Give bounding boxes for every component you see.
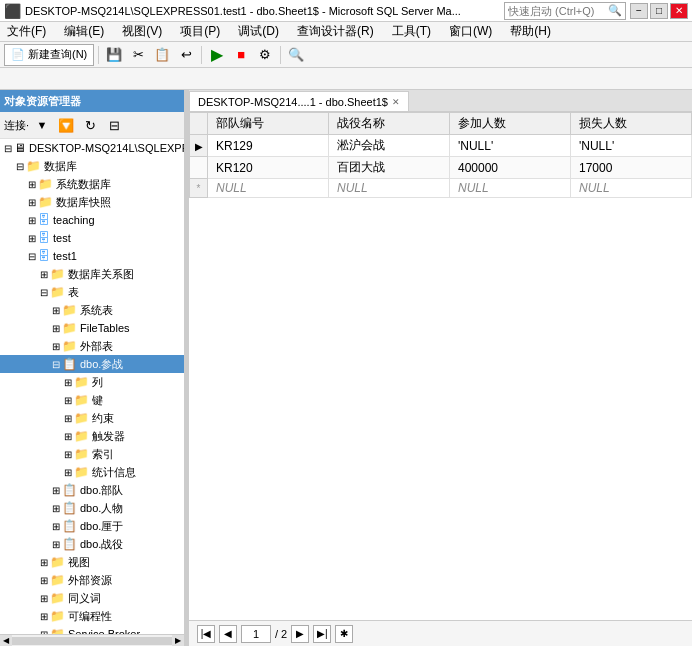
tree-node-synonyms[interactable]: ⊞ 📁 同义词 [0, 589, 184, 607]
tree-node-constraints[interactable]: ⊞ 📁 约束 [0, 409, 184, 427]
tree-node-views[interactable]: ⊞ 📁 视图 [0, 553, 184, 571]
filter-button[interactable]: ▼ [31, 114, 53, 136]
tree-node-snapshots[interactable]: ⊞ 📁 数据库快照 [0, 193, 184, 211]
menu-item[interactable]: 查询设计器(R) [294, 23, 377, 40]
expand-databases[interactable]: ⊟ [14, 160, 26, 172]
settings-button[interactable]: ⚙ [254, 44, 276, 66]
refresh-button[interactable]: ↻ [79, 114, 101, 136]
run-button[interactable]: ▶ [206, 44, 228, 66]
quick-search-box[interactable]: 🔍 [504, 2, 626, 20]
current-page-input[interactable] [241, 625, 271, 643]
cell-canjia-1[interactable]: 'NULL' [450, 135, 571, 157]
tree-node-indexes[interactable]: ⊞ 📁 索引 [0, 445, 184, 463]
expand-dbo-buidui[interactable]: ⊞ [50, 484, 62, 496]
new-record-button[interactable]: ✱ [335, 625, 353, 643]
tree-node-test1[interactable]: ⊟ 🗄 test1 [0, 247, 184, 265]
minimize-button[interactable]: − [630, 3, 648, 19]
collapse-button[interactable]: ⊟ [103, 114, 125, 136]
expand-dbo-zhangyi[interactable]: ⊞ [50, 538, 62, 550]
quick-search-input[interactable] [508, 5, 608, 17]
expand-test1[interactable]: ⊟ [26, 250, 38, 262]
tree-node-dbo-zhanzhan[interactable]: ⊟ 📋 dbo.参战 [0, 355, 184, 373]
data-grid-container[interactable]: 部队编号 战役名称 参加人数 损失人数 ▶ KR129 淞沪会战 'NUL [189, 112, 692, 620]
col-header-sunshou[interactable]: 损失人数 [571, 113, 692, 135]
cell-budui-3[interactable]: NULL [208, 179, 329, 198]
cell-sunshou-1[interactable]: 'NULL' [571, 135, 692, 157]
table-row-new[interactable]: * NULL NULL NULL NULL [190, 179, 692, 198]
connect-button[interactable]: 连接· [4, 118, 29, 133]
expand-dbo-renwu[interactable]: ⊞ [50, 502, 62, 514]
cell-canjia-2[interactable]: 400000 [450, 157, 571, 179]
tree-node-ext-resources[interactable]: ⊞ 📁 外部资源 [0, 571, 184, 589]
expand-synonyms[interactable]: ⊞ [38, 592, 50, 604]
expand-triggers[interactable]: ⊞ [62, 430, 74, 442]
expand-server[interactable]: ⊟ [2, 142, 14, 154]
cell-sunshou-2[interactable]: 17000 [571, 157, 692, 179]
maximize-button[interactable]: □ [650, 3, 668, 19]
save-button[interactable]: 💾 [103, 44, 125, 66]
new-query-button[interactable]: 📄 新建查询(N) [4, 44, 94, 66]
col-header-budui[interactable]: 部队编号 [208, 113, 329, 135]
tree-node-filetables[interactable]: ⊞ 📁 FileTables [0, 319, 184, 337]
menu-item[interactable]: 视图(V) [119, 23, 165, 40]
cell-sunshou-3[interactable]: NULL [571, 179, 692, 198]
cell-budui-1[interactable]: KR129 [208, 135, 329, 157]
tree-node-diagrams[interactable]: ⊞ 📁 数据库关系图 [0, 265, 184, 283]
tree-node-system-tables[interactable]: ⊞ 📁 系统表 [0, 301, 184, 319]
expand-test[interactable]: ⊞ [26, 232, 38, 244]
scroll-track[interactable] [12, 637, 172, 645]
expand-ext-resources[interactable]: ⊞ [38, 574, 50, 586]
tree-node-keys[interactable]: ⊞ 📁 键 [0, 391, 184, 409]
expand-system-tables[interactable]: ⊞ [50, 304, 62, 316]
expand-keys[interactable]: ⊞ [62, 394, 74, 406]
tree-node-test[interactable]: ⊞ 🗄 test [0, 229, 184, 247]
sidebar-hscrollbar[interactable]: ◀ ▶ [0, 634, 184, 646]
close-button[interactable]: ✕ [670, 3, 688, 19]
copy-button[interactable]: 📋 [151, 44, 173, 66]
tree-node-teaching[interactable]: ⊞ 🗄 teaching [0, 211, 184, 229]
menu-item[interactable]: 调试(D) [235, 23, 282, 40]
tree-node-system-db[interactable]: ⊞ 📁 系统数据库 [0, 175, 184, 193]
menu-item[interactable]: 编辑(E) [61, 23, 107, 40]
filter-icon[interactable]: 🔽 [55, 114, 77, 136]
expand-system-db[interactable]: ⊞ [26, 178, 38, 190]
tree-node-server[interactable]: ⊟ 🖥 DESKTOP-MSQ214L\SQLEXPRES... [0, 139, 184, 157]
expand-views[interactable]: ⊞ [38, 556, 50, 568]
scroll-right-button[interactable]: ▶ [172, 635, 184, 647]
expand-constraints[interactable]: ⊞ [62, 412, 74, 424]
expand-programmability[interactable]: ⊞ [38, 610, 50, 622]
last-page-button[interactable]: ▶| [313, 625, 331, 643]
cell-zhangyi-1[interactable]: 淞沪会战 [329, 135, 450, 157]
tree-node-external-tables[interactable]: ⊞ 📁 外部表 [0, 337, 184, 355]
tree-node-columns[interactable]: ⊞ 📁 列 [0, 373, 184, 391]
tree-node-triggers[interactable]: ⊞ 📁 触发器 [0, 427, 184, 445]
expand-filetables[interactable]: ⊞ [50, 322, 62, 334]
menu-item[interactable]: 文件(F) [4, 23, 49, 40]
expand-columns[interactable]: ⊞ [62, 376, 74, 388]
tree-node-dbo-cengyu[interactable]: ⊞ 📋 dbo.厘于 [0, 517, 184, 535]
tree-node-dbo-renwu[interactable]: ⊞ 📋 dbo.人物 [0, 499, 184, 517]
col-header-zhangyi[interactable]: 战役名称 [329, 113, 450, 135]
undo-button[interactable]: ↩ [175, 44, 197, 66]
table-row[interactable]: KR120 百团大战 400000 17000 [190, 157, 692, 179]
tree-node-programmability[interactable]: ⊞ 📁 可编程性 [0, 607, 184, 625]
expand-dbo-cengyu[interactable]: ⊞ [50, 520, 62, 532]
tree-node-service-broker[interactable]: ⊞ 📁 Service Broker [0, 625, 184, 634]
tree-node-dbo-buidui[interactable]: ⊞ 📋 dbo.部队 [0, 481, 184, 499]
expand-teaching[interactable]: ⊞ [26, 214, 38, 226]
expand-statistics[interactable]: ⊞ [62, 466, 74, 478]
expand-indexes[interactable]: ⊞ [62, 448, 74, 460]
expand-tables[interactable]: ⊟ [38, 286, 50, 298]
menu-item[interactable]: 工具(T) [389, 23, 434, 40]
next-page-button[interactable]: ▶ [291, 625, 309, 643]
cell-zhangyi-3[interactable]: NULL [329, 179, 450, 198]
menu-item[interactable]: 帮助(H) [507, 23, 554, 40]
cell-budui-2[interactable]: KR120 [208, 157, 329, 179]
prev-page-button[interactable]: ◀ [219, 625, 237, 643]
first-page-button[interactable]: |◀ [197, 625, 215, 643]
tab-query[interactable]: DESKTOP-MSQ214....1 - dbo.Sheet1$ ✕ [189, 91, 409, 111]
tree-node-statistics[interactable]: ⊞ 📁 统计信息 [0, 463, 184, 481]
tree-node-tables[interactable]: ⊟ 📁 表 [0, 283, 184, 301]
menu-item[interactable]: 项目(P) [177, 23, 223, 40]
expand-diagrams[interactable]: ⊞ [38, 268, 50, 280]
